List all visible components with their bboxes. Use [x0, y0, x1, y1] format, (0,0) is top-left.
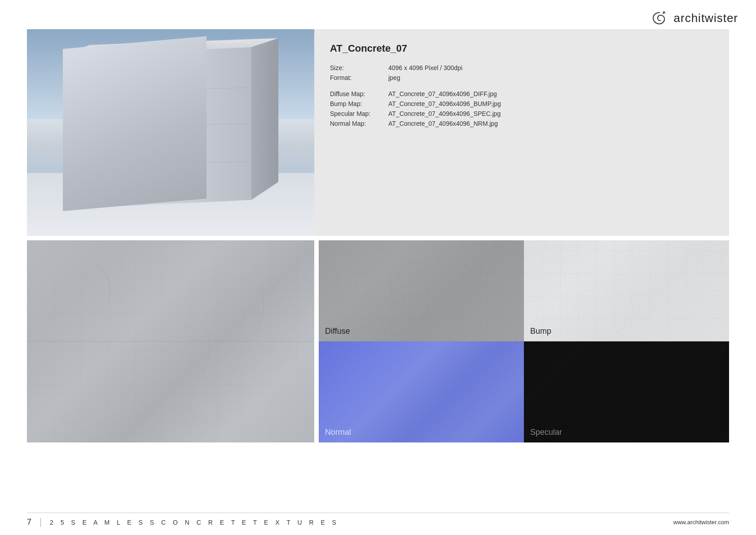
bump-value: AT_Concrete_07_4096x4096_BUMP.jpg: [388, 100, 713, 107]
specular-label: Specular Map:: [330, 110, 388, 117]
page-number: 7: [27, 517, 31, 527]
diffuse-small-label: Diffuse: [325, 327, 350, 336]
logo: architwister: [651, 10, 738, 26]
format-label: Format:: [330, 74, 388, 81]
top-row: AT_Concrete_07 Size: 4096 x 4096 Pixel /…: [27, 29, 729, 236]
texture-grid: Diffuse Bump: [319, 240, 729, 442]
footer-url: www.architwister.com: [673, 519, 729, 526]
bump-texture: Bump: [524, 240, 729, 341]
diffuse-texture-svg: [27, 240, 314, 442]
diffuse-large-texture: [27, 240, 314, 442]
specular-value: AT_Concrete_07_4096x4096_SPEC.jpg: [388, 110, 713, 117]
logo-icon: [651, 10, 668, 26]
info-panel: AT_Concrete_07 Size: 4096 x 4096 Pixel /…: [314, 29, 729, 236]
footer-title: 2 5 S e a m l e s s C o n c r e t e T e …: [50, 519, 339, 526]
svg-marker-4: [251, 38, 278, 200]
product-title: AT_Concrete_07: [330, 43, 713, 54]
specular-label: Specular: [530, 428, 562, 437]
svg-marker-2: [63, 47, 251, 209]
bump-label: Bump: [530, 327, 551, 336]
render-svg: [27, 29, 314, 236]
render-image: [27, 29, 314, 236]
size-label: Size:: [330, 64, 388, 71]
logo-text-archi: archi: [674, 11, 701, 25]
diffuse-value: AT_Concrete_07_4096x4096_DIFF.jpg: [388, 90, 713, 97]
logo-text-twister: twister: [701, 11, 738, 25]
specular-texture: Specular: [524, 341, 729, 442]
bump-svg: [524, 240, 729, 341]
main-content: AT_Concrete_07 Size: 4096 x 4096 Pixel /…: [27, 29, 729, 504]
normal-label: Normal Map:: [330, 120, 388, 127]
diffuse-small-texture: Diffuse: [319, 240, 524, 341]
normal-texture: Normal: [319, 341, 524, 442]
bump-label: Bump Map:: [330, 100, 388, 107]
bottom-row: Diffuse Bump: [27, 240, 729, 442]
svg-rect-15: [524, 240, 729, 341]
footer: 7 2 5 S e a m l e s s C o n c r e t e T …: [27, 513, 729, 527]
normal-value: AT_Concrete_07_4096x4096_NRM.jpg: [388, 120, 713, 127]
footer-divider: [40, 518, 41, 527]
normal-label: Normal: [325, 428, 351, 437]
format-value: jpeg: [388, 74, 713, 81]
info-grid: Size: 4096 x 4096 Pixel / 300dpi Format:…: [330, 64, 713, 81]
diffuse-label: Diffuse Map:: [330, 90, 388, 97]
maps-grid: Diffuse Map: AT_Concrete_07_4096x4096_DI…: [330, 90, 713, 127]
size-value: 4096 x 4096 Pixel / 300dpi: [388, 64, 713, 71]
